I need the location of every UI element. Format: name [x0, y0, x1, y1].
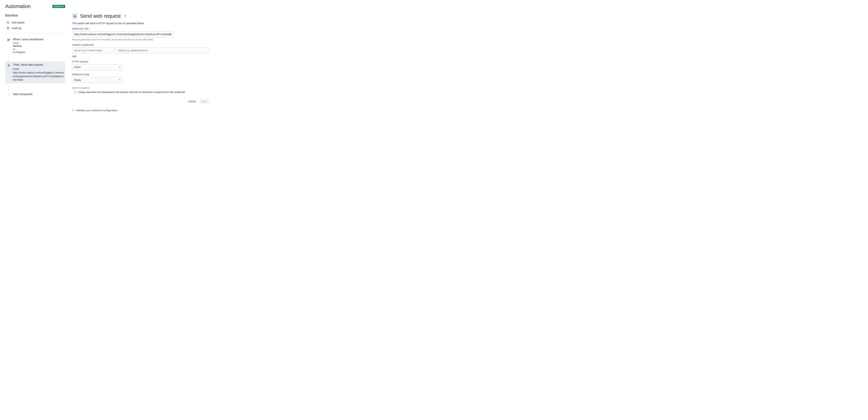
wait-for-response-checkbox[interactable] [74, 91, 77, 93]
svg-point-7 [8, 39, 8, 39]
http-method-label: HTTP method [72, 60, 209, 63]
webhook-url-input[interactable] [72, 31, 174, 37]
nav-audit-log-label: Audit log [12, 27, 21, 30]
trigger-to-label: TO [13, 48, 64, 50]
rule-name: Bamboo [5, 13, 65, 18]
divider [5, 33, 65, 33]
nav-rule-details-label: Rule details [12, 21, 25, 24]
svg-point-13 [74, 17, 74, 17]
wait-for-response-label: Wait for response [72, 87, 209, 89]
trash-icon[interactable] [124, 15, 127, 18]
connector-line [8, 56, 65, 61]
webhook-body-label: Webhook body [72, 73, 209, 76]
validate-label: Validate your webhook configuration [76, 109, 118, 112]
chevron-right-icon [72, 109, 74, 112]
action-url: https://build.malonso.me/rest/triggers/1… [13, 71, 64, 82]
status-badge-enabled: ENABLED [53, 5, 65, 8]
svg-point-10 [8, 66, 8, 66]
webhook-icon [72, 13, 78, 19]
webhook-icon [7, 63, 11, 67]
connector-line [8, 84, 65, 91]
svg-point-8 [9, 39, 9, 39]
header-value-input[interactable] [116, 47, 209, 54]
svg-point-11 [9, 66, 9, 66]
detail-description: This action will send a HTTP request to … [72, 22, 209, 25]
trigger-branch-icon [7, 38, 11, 42]
flow-action-card[interactable]: Then: Send web request POST https://buil… [5, 61, 65, 83]
webhook-url-helper: Request parameters must be url encoded, … [72, 38, 209, 41]
trigger-to-value: In Progress [13, 51, 64, 54]
webhook-url-label: Webhook URL* [72, 27, 209, 30]
headers-label: Headers (optional) [72, 43, 209, 46]
action-title: Then: Send web request [13, 63, 64, 66]
add-circle-icon [8, 93, 10, 95]
cancel-button[interactable]: Cancel [186, 99, 198, 104]
trigger-title: When: Issue transitioned [13, 38, 64, 41]
webhook-body-select[interactable] [72, 77, 122, 83]
trigger-from-label: FROM [13, 42, 64, 44]
svg-point-9 [8, 40, 8, 41]
svg-point-14 [75, 17, 76, 17]
header-name-input[interactable] [72, 47, 115, 54]
nav-rule-details[interactable]: Rule details [5, 20, 65, 25]
trigger-from-value: Backlog [13, 45, 64, 47]
validate-toggle[interactable]: Validate your webhook configuration [72, 109, 209, 112]
info-icon [7, 21, 9, 24]
nav-audit-log[interactable]: Audit log [5, 25, 65, 31]
http-method-select[interactable] [72, 64, 122, 71]
add-component-label: Add component [13, 93, 32, 96]
flow-trigger-card[interactable]: When: Issue transitioned FROM Backlog TO… [5, 36, 65, 55]
add-header-link[interactable]: Add [72, 55, 76, 58]
save-button[interactable]: Save [199, 99, 209, 104]
document-icon [7, 27, 9, 30]
page-title: Automation [5, 3, 31, 9]
detail-title: Send web request [80, 13, 121, 19]
add-component-button[interactable]: Add component [5, 91, 65, 97]
action-method: POST [13, 67, 64, 71]
wait-for-response-checkbox-label: Delay execution of subsequent rule actio… [79, 90, 185, 93]
